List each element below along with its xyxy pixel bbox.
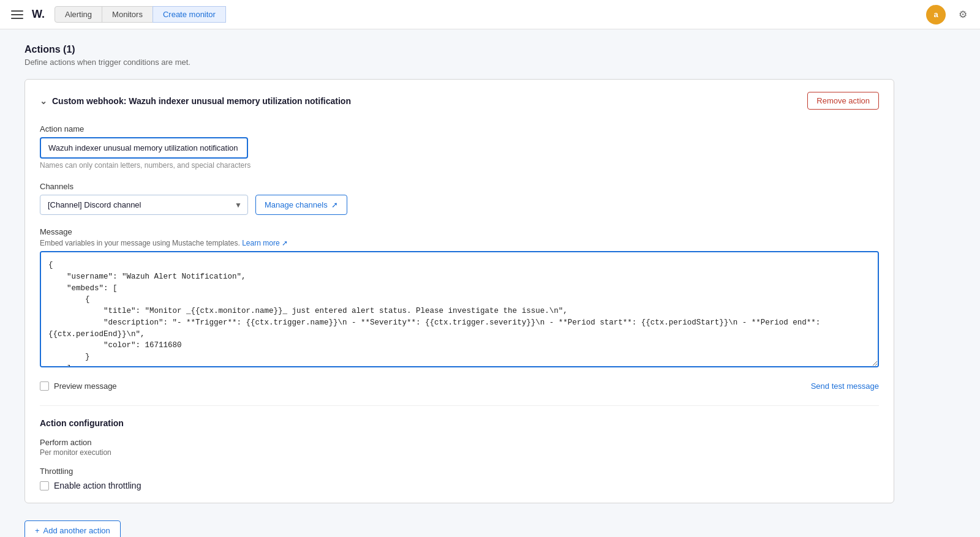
action-name-label: Action name	[40, 124, 879, 133]
preview-message-label[interactable]: Preview message	[40, 381, 117, 391]
perform-action-label: Perform action	[40, 438, 879, 447]
message-group: Message Embed variables in your message …	[40, 227, 879, 369]
breadcrumb-create-monitor[interactable]: Create monitor	[153, 6, 226, 23]
collapse-icon[interactable]: ⌄	[40, 96, 47, 106]
action-card-header: ⌄ Custom webhook: Wazuh indexer unusual …	[40, 92, 879, 110]
channel-select[interactable]: [Channel] Discord channel	[40, 195, 248, 215]
manage-channels-button[interactable]: Manage channels ➚	[255, 195, 347, 215]
channels-group: Channels [Channel] Discord channel ▼ Man…	[40, 182, 879, 215]
preview-row: Preview message Send test message	[40, 381, 879, 391]
breadcrumb: Alerting Monitors Create monitor	[55, 6, 921, 23]
hamburger-menu[interactable]	[7, 5, 27, 24]
app-logo: W.	[32, 8, 45, 21]
top-navigation: W. Alerting Monitors Create monitor a ⚙	[0, 0, 980, 29]
learn-more-label: Learn more	[242, 239, 279, 247]
external-link-icon: ➚	[331, 200, 338, 209]
channels-label: Channels	[40, 182, 879, 191]
action-config-title: Action configuration	[40, 418, 879, 428]
throttling-label: Throttling	[40, 467, 879, 476]
add-action-label: Add another action	[43, 526, 110, 535]
enable-throttling-label: Enable action throttling	[54, 481, 141, 490]
action-name-input[interactable]	[40, 137, 248, 159]
avatar[interactable]: a	[926, 5, 946, 24]
send-test-message-link[interactable]: Send test message	[811, 381, 879, 391]
action-card-title: ⌄ Custom webhook: Wazuh indexer unusual …	[40, 96, 351, 106]
settings-icon[interactable]: ⚙	[953, 5, 973, 24]
breadcrumb-alerting[interactable]: Alerting	[55, 6, 102, 23]
embed-hint-text: Embed variables in your message using Mu…	[40, 239, 240, 247]
action-title-text: Custom webhook: Wazuh indexer unusual me…	[52, 96, 351, 106]
external-link-icon-2: ➚	[282, 239, 288, 247]
plus-icon: +	[35, 526, 40, 535]
learn-more-link[interactable]: Learn more ➚	[242, 239, 288, 247]
page-subtitle: Define actions when trigger conditions a…	[24, 58, 894, 67]
action-card: ⌄ Custom webhook: Wazuh indexer unusual …	[24, 79, 894, 503]
preview-message-text: Preview message	[54, 381, 117, 391]
message-label: Message	[40, 227, 72, 236]
message-textarea[interactable]: { "username": "Wazuh Alert Notification"…	[40, 251, 879, 367]
enable-throttling-checkbox[interactable]	[40, 481, 49, 490]
throttle-row: Enable action throttling	[40, 481, 879, 490]
channel-select-wrapper: [Channel] Discord channel ▼	[40, 195, 248, 215]
action-name-group: Action name Names can only contain lette…	[40, 124, 879, 170]
add-another-action-button[interactable]: + Add another action	[24, 520, 121, 537]
manage-channels-label: Manage channels	[265, 200, 328, 209]
action-name-hint: Names can only contain letters, numbers,…	[40, 161, 879, 170]
embed-hint: Embed variables in your message using Mu…	[40, 239, 879, 247]
remove-action-button[interactable]: Remove action	[807, 92, 879, 110]
perform-action-value: Per monitor execution	[40, 448, 879, 457]
breadcrumb-monitors[interactable]: Monitors	[102, 6, 153, 23]
channels-row: [Channel] Discord channel ▼ Manage chann…	[40, 195, 879, 215]
page-title: Actions (1)	[24, 44, 894, 55]
preview-message-checkbox[interactable]	[40, 381, 49, 391]
main-content: Actions (1) Define actions when trigger …	[0, 29, 919, 537]
nav-right: a ⚙	[926, 5, 973, 24]
message-label-row: Message	[40, 227, 879, 236]
action-configuration: Action configuration Perform action Per …	[40, 405, 879, 490]
